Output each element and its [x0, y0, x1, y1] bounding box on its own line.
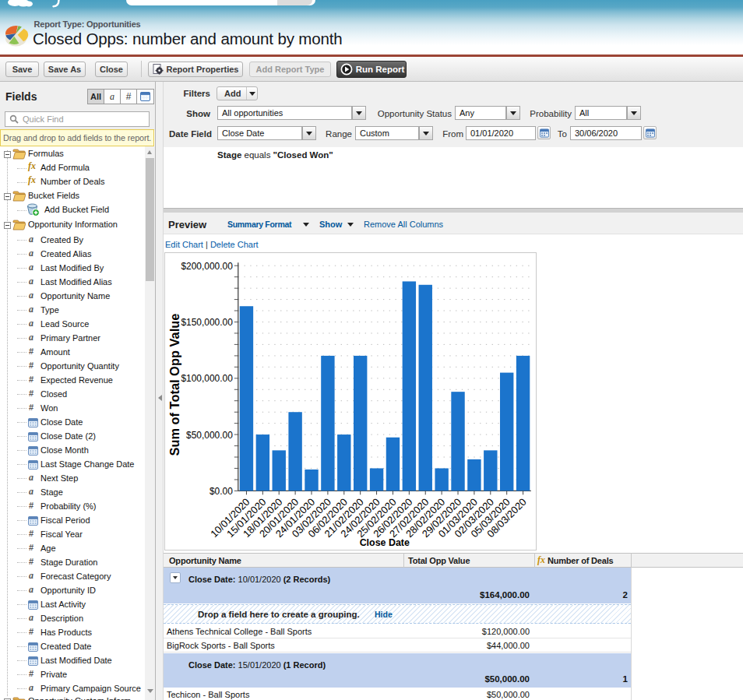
svg-text:Sum of Total Opp Value: Sum of Total Opp Value	[167, 314, 181, 456]
svg-text:$100,000.00: $100,000.00	[181, 373, 233, 384]
svg-text:$200,000.00: $200,000.00	[181, 261, 233, 272]
svg-text:$150,000.00: $150,000.00	[181, 317, 233, 328]
svg-text:Close Date: Close Date	[360, 537, 410, 548]
svg-text:$50,000.00: $50,000.00	[186, 430, 233, 441]
svg-text:$0.00: $0.00	[210, 486, 233, 497]
